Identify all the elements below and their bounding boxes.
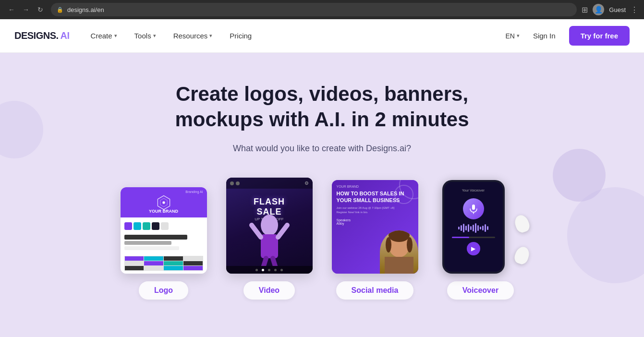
card-logo-label: Logo [139,281,188,300]
card-video[interactable]: ⚙ FLASH SALE UP TO 50% OFF [226,178,313,300]
card-social-label: Social media [336,281,414,300]
cards-row: Branding AI YOUR BRAND [34,178,610,300]
nav-right: EN ▾ Sign In Try for free [505,26,630,46]
nav-pricing[interactable]: Pricing [223,28,258,44]
social-avatar [380,230,418,274]
card-social[interactable]: YOUR BRAND HOW TO BOOST SALES IN YOUR SM… [332,180,418,300]
svg-line-5 [252,225,261,237]
tab-grid-icon[interactable]: ⊞ [582,5,588,14]
logo-card-brand-text: YOUR BRAND [149,209,178,214]
card-video-label: Video [243,281,295,300]
card-logo-image: Branding AI YOUR BRAND [121,187,207,274]
nav-tools[interactable]: Tools ▾ [128,28,163,44]
card-video-image: ⚙ FLASH SALE UP TO 50% OFF [226,178,313,274]
avatar[interactable]: 👤 [593,4,604,15]
nav-pricing-label: Pricing [230,32,252,40]
logo-ai-text: AI [61,30,70,41]
chevron-down-icon: ▾ [153,33,156,39]
logo-text: DESIGNS. [14,30,59,41]
browser-nav: ← → ↻ [6,4,46,15]
card-logo[interactable]: Branding AI YOUR BRAND [121,187,207,300]
svg-point-2 [162,201,165,204]
main-nav: Create ▾ Tools ▾ Resources ▾ Pricing [84,28,506,44]
chevron-down-icon: ▾ [114,33,117,39]
phone-label: Your Voiceover [462,189,485,192]
lang-label: EN [505,32,514,40]
card-voiceover-image: Your Voiceover [437,180,524,274]
try-free-button[interactable]: Try for free [569,26,630,46]
social-person [380,230,418,274]
refresh-button[interactable]: ↻ [35,4,46,15]
browser-chrome: ← → ↻ 🔒 designs.ai/en ⊞ 👤 Guest ⋮ [0,0,644,19]
swatch-dark [152,222,159,230]
mic-icon [463,198,484,219]
hero-title: Create logos, videos, banners, mockups w… [135,82,510,132]
card-social-image: YOUR BRAND HOW TO BOOST SALES IN YOUR SM… [332,180,418,274]
person-figure [248,213,291,266]
nav-resources[interactable]: Resources ▾ [167,28,219,44]
earbud-bottom [512,245,531,265]
lock-icon: 🔒 [57,7,63,13]
flash-sale-title: FLASH [254,197,285,207]
svg-point-12 [386,237,391,253]
nav-resources-label: Resources [173,32,208,40]
back-button[interactable]: ← [6,4,17,15]
audio-progress [452,237,495,238]
svg-line-6 [278,225,287,237]
card-voiceover[interactable]: Your Voiceover [437,180,524,300]
swatch-light [161,222,169,230]
sign-in-button[interactable]: Sign In [527,28,561,44]
logo-card-header-text: Branding AI [185,190,203,193]
social-speaker-text: SpeakersAbby [337,218,413,225]
lang-selector[interactable]: EN ▾ [505,32,519,40]
address-bar[interactable]: 🔒 designs.ai/en [51,3,577,16]
guest-label: Guest [609,6,626,13]
hero-section: Create logos, videos, banners, mockups w… [0,53,644,337]
logo[interactable]: DESIGNS.AI [14,30,70,41]
chevron-down-icon: ▾ [517,33,520,39]
swatch-cyan [134,222,141,230]
social-detail-text: Join our webinar 28 Aug @ 7:30pm [GMT +8… [337,206,413,215]
swatch-purple [124,222,132,230]
waveform [458,223,488,233]
site-header: DESIGNS.AI Create ▾ Tools ▾ Resources ▾ … [0,19,644,53]
svg-rect-14 [472,205,475,210]
svg-point-3 [261,215,278,236]
chevron-down-icon: ▾ [209,33,212,39]
hero-subtitle: What would you like to create with Desig… [233,144,411,154]
deco-circle-3 [0,101,43,158]
nav-tools-label: Tools [134,32,151,40]
forward-button[interactable]: → [20,4,32,15]
browser-menu-icon[interactable]: ⋮ [631,5,638,14]
phone-frame: Your Voiceover [442,180,505,274]
svg-rect-4 [261,234,278,258]
deco-circle-sm [394,185,413,204]
svg-point-13 [407,237,413,253]
card-voiceover-label: Voiceover [447,281,514,300]
earbud-top [512,213,531,234]
nav-create-label: Create [91,32,112,40]
svg-line-8 [273,258,275,266]
nav-create[interactable]: Create ▾ [84,28,124,44]
play-button[interactable]: ▶ [467,242,480,255]
url-text: designs.ai/en [67,6,104,13]
browser-actions: ⊞ 👤 Guest ⋮ [582,4,638,15]
swatch-teal [143,222,150,230]
svg-rect-10 [385,257,413,274]
svg-line-7 [264,258,266,266]
earbuds [515,215,529,264]
